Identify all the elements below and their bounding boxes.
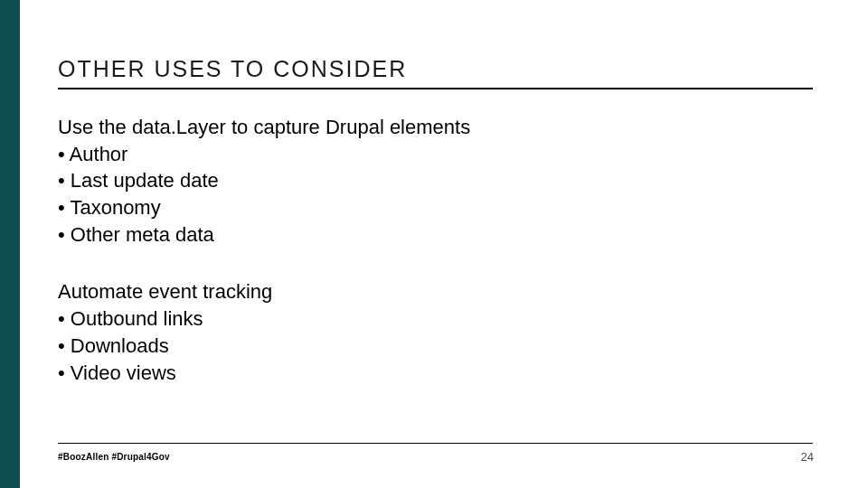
section-1: Use the data.Layer to capture Drupal ele… xyxy=(58,114,813,248)
section-2-lead: Automate event tracking xyxy=(58,278,813,305)
bullet-text: Other meta data xyxy=(71,223,214,246)
bullet: • Outbound links xyxy=(58,305,813,333)
footer-hashtags: #BoozAllen #Drupal4Gov xyxy=(58,452,170,462)
page-number: 24 xyxy=(801,450,814,464)
bullet-text: Video views xyxy=(71,361,176,384)
side-accent-bar xyxy=(0,0,20,488)
bullet-text: Author xyxy=(70,143,128,165)
section-1-lead: Use the data.Layer to capture Drupal ele… xyxy=(58,114,813,141)
bullet-text: Last update date xyxy=(71,169,219,192)
bullet-text: Downloads xyxy=(71,334,169,357)
bullet: • Last update date xyxy=(58,167,813,194)
footer-rule xyxy=(58,443,813,444)
slide-content: Use the data.Layer to capture Drupal ele… xyxy=(58,114,813,417)
bullet: • Author xyxy=(58,141,813,168)
slide: OTHER USES TO CONSIDER Use the data.Laye… xyxy=(0,0,868,488)
bullet-text: Outbound links xyxy=(71,307,203,330)
bullet: • Taxonomy xyxy=(58,194,813,221)
bullet: • Other meta data xyxy=(58,221,813,249)
bullet-text: Taxonomy xyxy=(70,196,160,219)
bullet: • Video views xyxy=(58,360,813,387)
bullet: • Downloads xyxy=(58,333,813,360)
slide-title: OTHER USES TO CONSIDER xyxy=(58,56,813,89)
section-2: Automate event tracking • Outbound links… xyxy=(58,278,813,386)
